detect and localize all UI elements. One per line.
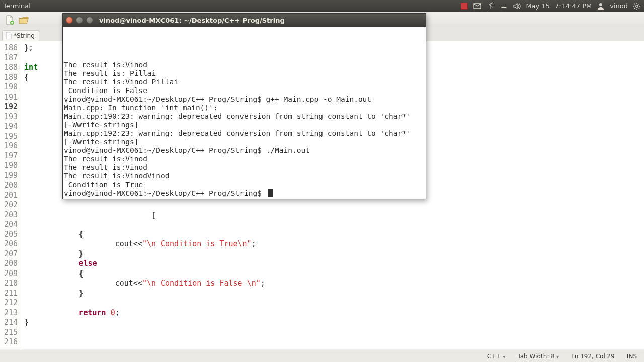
terminal-line: The result is:Vinod xyxy=(64,155,425,163)
line-number: 197 xyxy=(4,151,18,161)
code-line[interactable] xyxy=(24,337,265,347)
line-number: 198 xyxy=(4,161,18,171)
window-maximize-icon[interactable] xyxy=(86,17,93,24)
panel-date[interactable]: May 15 xyxy=(526,2,550,10)
terminal-line: Condition is True xyxy=(64,180,425,189)
terminal-line: [-Wwrite-strings] xyxy=(64,138,425,146)
terminal-line: vinod@vinod-MXC061:~/Desktop/C++ Prog/St… xyxy=(64,95,425,104)
line-number: 207 xyxy=(4,249,18,259)
network-icon[interactable] xyxy=(500,2,508,10)
document-icon xyxy=(6,32,12,39)
code-line[interactable]: cout<<"\n Condition is False \n"; xyxy=(24,279,265,289)
line-number: 205 xyxy=(4,230,18,240)
code-line[interactable] xyxy=(24,298,265,308)
svg-point-1 xyxy=(636,5,638,7)
terminal-line: Condition is False xyxy=(64,86,425,95)
line-number: 195 xyxy=(4,132,18,142)
svg-point-0 xyxy=(599,3,602,6)
status-position: Ln 192, Col 29 xyxy=(571,353,615,360)
new-file-icon[interactable] xyxy=(4,15,15,26)
line-number: 213 xyxy=(4,308,18,318)
terminal-titlebar[interactable]: vinod@vinod-MXC061: ~/Desktop/C++ Prog/S… xyxy=(63,14,426,27)
line-number: 203 xyxy=(4,210,18,220)
terminal-line: Main.cpp:190:23: warning: deprecated con… xyxy=(64,112,425,121)
settings-gear-icon[interactable] xyxy=(633,2,641,10)
line-number: 194 xyxy=(4,122,18,132)
panel-time[interactable]: 7:14:47 PM xyxy=(555,2,592,10)
line-number: 204 xyxy=(4,220,18,230)
line-number: 202 xyxy=(4,200,18,210)
line-number: 215 xyxy=(4,328,18,338)
status-language[interactable]: C++ xyxy=(487,353,506,360)
bluetooth-icon[interactable] xyxy=(487,2,495,10)
code-line[interactable]: { xyxy=(24,269,265,279)
terminal-cursor xyxy=(268,189,273,197)
status-mode[interactable]: INS xyxy=(627,353,637,360)
terminal-line: The result is:Vinod Pillai xyxy=(64,78,425,86)
line-number: 214 xyxy=(4,318,18,328)
line-number: 188 xyxy=(4,63,18,73)
editor-tab-active[interactable]: *String xyxy=(2,30,39,41)
line-number: 190 xyxy=(4,82,18,93)
code-line[interactable] xyxy=(24,220,265,230)
terminal-line: The result is:Vinod xyxy=(64,163,425,172)
terminal-line: The result is:Vinod xyxy=(64,61,425,69)
code-line[interactable]: { xyxy=(24,230,265,240)
code-line[interactable]: else xyxy=(24,259,265,269)
terminal-line: Main.cpp: In function 'int main()': xyxy=(64,104,425,112)
top-panel: Terminal May 15 7:14:47 PM vinod xyxy=(0,0,644,12)
line-number: 200 xyxy=(4,180,18,191)
window-minimize-icon[interactable] xyxy=(76,17,83,24)
line-number: 209 xyxy=(4,269,18,279)
terminal-line: vinod@vinod-MXC061:~/Desktop/C++ Prog/St… xyxy=(64,146,425,155)
terminal-line: The result is:VinodVinod xyxy=(64,172,425,180)
user-icon xyxy=(597,2,605,10)
code-line[interactable]: } xyxy=(24,249,265,259)
line-number: 216 xyxy=(4,337,18,347)
line-number: 206 xyxy=(4,239,18,249)
mail-icon[interactable] xyxy=(473,2,481,10)
panel-user[interactable]: vinod xyxy=(610,2,628,10)
line-number-gutter: 1861871881891901911921931941951961971981… xyxy=(0,41,21,349)
editor-tab-label: *String xyxy=(14,32,35,39)
code-line[interactable]: return 0; xyxy=(24,308,265,318)
open-file-icon[interactable] xyxy=(18,15,29,26)
line-number: 196 xyxy=(4,141,18,151)
line-number: 191 xyxy=(4,93,18,103)
code-line[interactable]: cout<<"\n Condition is True\n"; xyxy=(24,239,265,249)
terminal-line: The result is: Pillai xyxy=(64,69,425,78)
line-number: 192 xyxy=(4,102,18,112)
code-line[interactable] xyxy=(24,200,265,210)
code-line[interactable] xyxy=(24,328,265,338)
terminal-window[interactable]: vinod@vinod-MXC061: ~/Desktop/C++ Prog/S… xyxy=(62,13,426,199)
status-tabwidth[interactable]: Tab Width: 8 xyxy=(517,353,559,360)
window-close-icon[interactable] xyxy=(66,17,73,24)
code-line[interactable]: } xyxy=(24,289,265,299)
line-number: 199 xyxy=(4,171,18,181)
terminal-line: vinod@vinod-MXC061:~/Desktop/C++ Prog/St… xyxy=(64,189,425,198)
line-number: 187 xyxy=(4,53,18,63)
volume-icon[interactable] xyxy=(513,2,521,10)
terminal-title: vinod@vinod-MXC061: ~/Desktop/C++ Prog/S… xyxy=(99,17,285,24)
line-number: 208 xyxy=(4,259,18,269)
record-indicator-icon[interactable] xyxy=(460,2,468,10)
line-number: 186 xyxy=(4,43,18,53)
line-number: 189 xyxy=(4,73,18,83)
terminal-line: Main.cpp:192:23: warning: deprecated con… xyxy=(64,129,425,138)
line-number: 193 xyxy=(4,112,18,122)
terminal-body[interactable]: I The result is:VinodThe result is: Pill… xyxy=(63,27,426,199)
terminal-line: [-Wwrite-strings] xyxy=(64,121,425,129)
line-number: 211 xyxy=(4,289,18,299)
line-number: 201 xyxy=(4,191,18,201)
code-line[interactable]: } xyxy=(24,318,265,328)
line-number: 212 xyxy=(4,298,18,308)
status-bar: C++ Tab Width: 8 Ln 192, Col 29 INS xyxy=(0,350,644,362)
app-title: Terminal xyxy=(3,2,31,10)
line-number: 210 xyxy=(4,279,18,289)
code-line[interactable] xyxy=(24,210,265,220)
text-cursor-ibeam-icon: I xyxy=(152,212,155,220)
